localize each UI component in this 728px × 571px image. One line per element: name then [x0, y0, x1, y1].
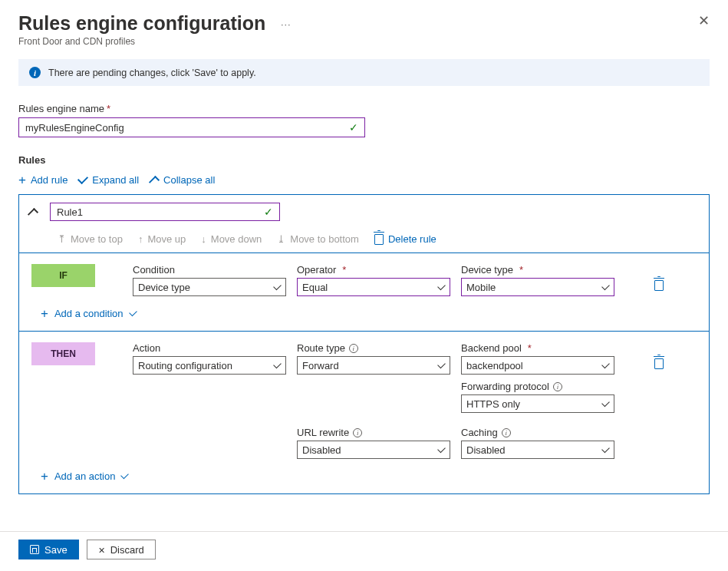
chevron-down-icon: [601, 360, 610, 368]
chevron-down-icon: [601, 398, 610, 407]
close-button[interactable]: ✕: [698, 12, 710, 29]
add-rule-button[interactable]: + Add rule: [18, 173, 68, 186]
plus-icon: +: [41, 470, 48, 483]
info-icon[interactable]: i: [502, 428, 511, 437]
rule-collapse-toggle[interactable]: [28, 208, 38, 216]
chevron-down-icon: [273, 282, 282, 290]
move-to-top-button: Move to top: [58, 233, 123, 245]
page-subtitle: Front Door and CDN profiles: [18, 36, 292, 47]
info-icon: i: [29, 67, 41, 78]
rule-name-input[interactable]: Rule1 ✓: [50, 203, 280, 221]
rules-heading: Rules: [18, 154, 710, 166]
trash-icon: [654, 280, 664, 291]
rules-engine-name-input[interactable]: myRulesEngineConfig ✓: [18, 117, 365, 137]
move-up-button: Move up: [138, 233, 186, 245]
action-select[interactable]: Routing configuration: [133, 356, 286, 375]
discard-button[interactable]: Discard: [87, 540, 156, 559]
plus-icon: +: [18, 173, 26, 186]
add-action-button[interactable]: + Add an action: [41, 470, 697, 483]
delete-rule-button[interactable]: Delete rule: [374, 233, 436, 245]
rule-container: Rule1 ✓ Move to top Move up Move down Mo…: [18, 194, 710, 494]
arrow-down-icon: [201, 233, 206, 245]
banner-text: There are pending changes, click 'Save' …: [48, 68, 256, 78]
backend-pool-label: Backend pool*: [461, 342, 614, 354]
forwarding-protocol-select[interactable]: HTTPS only: [461, 394, 614, 413]
arrow-up-icon: [138, 233, 143, 245]
info-icon[interactable]: i: [353, 428, 362, 437]
backend-pool-select[interactable]: backendpool: [461, 356, 614, 375]
save-button[interactable]: Save: [18, 540, 79, 559]
check-icon: ✓: [349, 121, 358, 134]
chevron-down-icon: [601, 282, 610, 290]
device-type-label: Device type*: [461, 264, 614, 276]
caching-select[interactable]: Disabled: [461, 441, 614, 459]
move-to-bottom-button: Move to bottom: [277, 233, 359, 245]
rules-engine-name-label: Rules engine name*: [18, 103, 710, 114]
close-icon: [98, 544, 105, 556]
collapse-all-button[interactable]: Collapse all: [150, 174, 215, 186]
chevron-down-icon: [601, 444, 610, 453]
then-pill: THEN: [31, 342, 95, 365]
move-down-button: Move down: [201, 233, 262, 245]
page-title: Rules engine configuration: [18, 12, 265, 35]
save-icon: [30, 545, 39, 554]
check-icon: ✓: [264, 206, 273, 218]
operator-select[interactable]: Equal: [297, 278, 450, 296]
arrow-to-bottom-icon: [277, 233, 285, 245]
chevron-down-icon: [437, 444, 446, 453]
trash-icon: [374, 234, 384, 245]
more-actions-button[interactable]: ···: [281, 18, 292, 30]
delete-action-button[interactable]: [654, 358, 664, 371]
action-label: Action: [133, 342, 286, 354]
forwarding-protocol-label: Forwarding protocoli: [461, 381, 614, 392]
info-icon[interactable]: i: [349, 344, 358, 353]
add-condition-button[interactable]: + Add a condition: [41, 307, 697, 320]
url-rewrite-label: URL rewritei: [297, 427, 450, 438]
condition-label: Condition: [133, 264, 286, 276]
plus-icon: +: [41, 307, 48, 320]
condition-select[interactable]: Device type: [133, 278, 286, 296]
if-pill: IF: [31, 264, 95, 287]
chevron-down-icon: [437, 282, 446, 290]
pending-changes-banner: i There are pending changes, click 'Save…: [18, 59, 710, 86]
operator-label: Operator*: [297, 264, 450, 276]
chevron-down-icon: [129, 309, 137, 317]
arrow-to-top-icon: [58, 233, 66, 245]
delete-condition-button[interactable]: [654, 279, 664, 293]
chevron-down-icon: [77, 173, 88, 183]
device-type-select[interactable]: Mobile: [461, 278, 614, 296]
trash-icon: [654, 358, 664, 369]
chevron-down-icon: [437, 360, 446, 368]
chevron-down-icon: [121, 471, 130, 480]
chevron-down-icon: [273, 360, 282, 368]
chevron-up-icon: [28, 207, 38, 218]
route-type-label: Route typei: [297, 342, 450, 354]
expand-all-button[interactable]: Expand all: [78, 174, 139, 186]
url-rewrite-select[interactable]: Disabled: [297, 441, 450, 459]
info-icon[interactable]: i: [553, 382, 562, 391]
chevron-up-icon: [149, 176, 160, 186]
route-type-select[interactable]: Forward: [297, 356, 450, 375]
caching-label: Cachingi: [461, 427, 614, 438]
